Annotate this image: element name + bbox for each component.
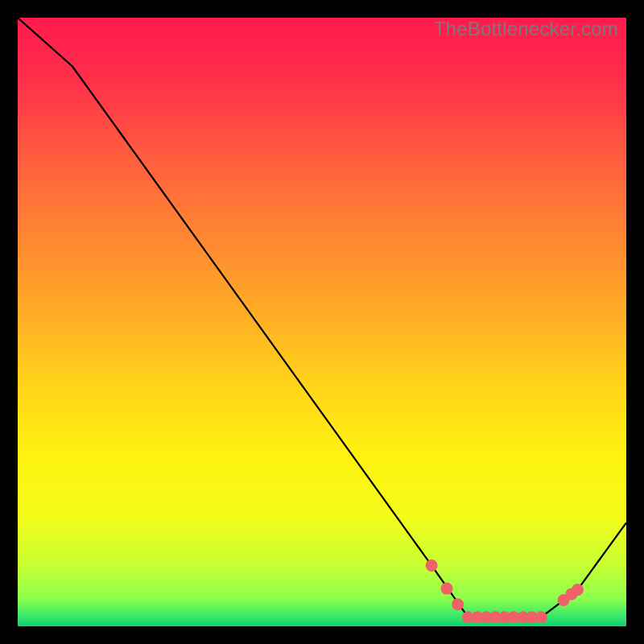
curve-marker [535,611,547,623]
bottleneck-chart [18,18,626,626]
curve-marker [441,583,453,595]
chart-frame: TheBottlenecker.com [18,18,626,626]
curve-marker [452,598,464,610]
gradient-background [18,18,626,626]
curve-marker [426,559,438,572]
watermark-text: TheBottlenecker.com [434,18,618,40]
curve-marker [572,584,584,596]
